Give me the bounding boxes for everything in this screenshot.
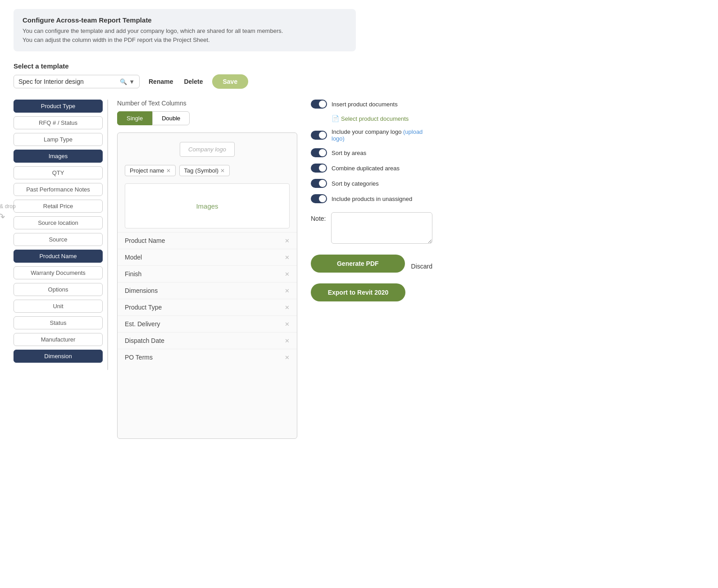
preview-field-row: Dispatch Date✕: [118, 332, 297, 349]
toggle-row: Include products in unassigned: [311, 194, 432, 203]
center-panel: Number of Text Columns Single Double Com…: [117, 100, 297, 439]
preview-field-row: Product Type✕: [118, 299, 297, 315]
tag-chip: Project name ✕: [125, 165, 176, 176]
doc-icon: 📄: [332, 115, 339, 122]
toggle-row: Insert product documents: [311, 100, 432, 109]
actions: Generate PDF Discard Export to Revit 202…: [311, 255, 432, 301]
sidebar-inner: Product TypeRFQ # / StatusLamp TypeImage…: [14, 100, 108, 370]
upload-logo-link[interactable]: (upload logo): [332, 128, 423, 142]
sidebar-tag[interactable]: Status: [14, 316, 103, 329]
preview-field-label: Model: [125, 254, 142, 261]
toggle-switch[interactable]: [311, 148, 327, 157]
tag-chip-label: Project name: [130, 167, 164, 174]
sidebar-tag[interactable]: Source location: [14, 216, 103, 229]
company-logo-area: Company logo: [118, 133, 297, 161]
note-label: Note:: [311, 212, 326, 222]
discard-button[interactable]: Discard: [411, 263, 432, 270]
sidebar-tag[interactable]: Product Type: [14, 100, 103, 113]
search-icon: 🔍: [120, 78, 127, 85]
tag-chips-row: Project name ✕Tag (Symbol) ✕: [118, 161, 297, 180]
preview-field-label: PO Terms: [125, 354, 153, 361]
images-placeholder: Images: [125, 183, 290, 228]
sidebar-tag[interactable]: Retail Price: [14, 200, 103, 213]
select-docs-link[interactable]: 📄Select product documents: [332, 115, 432, 122]
template-row: Spec for Interior design 🔍 ▼ Rename Dele…: [14, 74, 704, 89]
preview-field-remove[interactable]: ✕: [285, 254, 290, 261]
sidebar-tag[interactable]: Options: [14, 283, 103, 296]
toggles-container: Insert product documents📄Select product …: [311, 100, 432, 203]
preview-field-label: Dispatch Date: [125, 337, 164, 344]
sidebar-tag[interactable]: QTY: [14, 166, 103, 179]
preview-field-remove[interactable]: ✕: [285, 337, 290, 344]
select-template-label: Select a template: [14, 62, 704, 70]
toggle-label: Sort by categories: [332, 180, 379, 187]
preview-field-label: Dimensions: [125, 287, 158, 294]
toggle-switch[interactable]: [311, 194, 327, 203]
preview-box: Company logo Project name ✕Tag (Symbol) …: [117, 132, 297, 439]
sidebar-tag[interactable]: Lamp Type: [14, 133, 103, 146]
toggle-row: Combine duplicated areas: [311, 164, 432, 173]
toggle-switch[interactable]: [311, 131, 327, 140]
company-logo-box: Company logo: [180, 142, 235, 157]
sidebar-tag[interactable]: Warranty Documents: [14, 266, 103, 279]
toggle-label: Combine duplicated areas: [332, 165, 400, 172]
sidebar: Drag & drop ↷ Product TypeRFQ # / Status…: [14, 100, 108, 370]
info-box-title: Configure Across-team Report Template: [23, 16, 347, 24]
toggle-switch[interactable]: [311, 164, 327, 173]
info-box-line2: You can adjust the column width in the P…: [23, 36, 347, 45]
preview-field-row: PO Terms✕: [118, 349, 297, 365]
template-select-value: Spec for Interior design: [18, 78, 116, 85]
toggle-switch[interactable]: [311, 179, 327, 188]
preview-field-label: Product Name: [125, 237, 165, 244]
toggle-label: Sort by areas: [332, 150, 366, 156]
preview-field-remove[interactable]: ✕: [285, 237, 290, 244]
export-revit-button[interactable]: Export to Revit 2020: [311, 283, 405, 301]
preview-fields: Product Name✕Model✕Finish✕Dimensions✕Pro…: [118, 232, 297, 365]
preview-field-row: Model✕: [118, 249, 297, 265]
column-toggle: Single Double: [117, 111, 297, 125]
preview-field-label: Est. Delivery: [125, 320, 160, 328]
delete-button[interactable]: Delete: [182, 75, 204, 88]
generate-pdf-button[interactable]: Generate PDF: [311, 255, 405, 273]
sidebar-tag[interactable]: Images: [14, 150, 103, 163]
sidebar-tag[interactable]: RFQ # / Status: [14, 116, 103, 129]
note-section: Note:: [311, 212, 432, 244]
right-panel: Insert product documents📄Select product …: [306, 100, 432, 301]
sidebar-tag[interactable]: Source: [14, 233, 103, 246]
columns-label: Number of Text Columns: [117, 100, 297, 107]
sidebar-tag[interactable]: Past Performance Notes: [14, 183, 103, 196]
info-box-line1: You can configure the template and add y…: [23, 27, 347, 36]
single-column-button[interactable]: Single: [117, 111, 152, 125]
toggle-switch[interactable]: [311, 100, 327, 109]
template-select-wrap[interactable]: Spec for Interior design 🔍 ▼: [14, 75, 140, 88]
tag-chip-label: Tag (Symbol): [184, 167, 219, 174]
sidebar-tag[interactable]: Dimension: [14, 350, 103, 363]
sidebar-tag[interactable]: Product Name: [14, 250, 103, 263]
toggle-row: Sort by areas: [311, 148, 432, 157]
sidebar-tag[interactable]: Manufacturer: [14, 333, 103, 346]
preview-field-row: Finish✕: [118, 265, 297, 282]
template-select-icons: 🔍 ▼: [120, 78, 135, 85]
preview-field-remove[interactable]: ✕: [285, 287, 290, 294]
tag-chip-remove[interactable]: ✕: [220, 168, 225, 174]
preview-field-label: Finish: [125, 270, 141, 278]
preview-field-remove[interactable]: ✕: [285, 354, 290, 361]
preview-field-remove[interactable]: ✕: [285, 304, 290, 311]
toggle-label: Insert product documents: [332, 101, 398, 108]
preview-field-remove[interactable]: ✕: [285, 321, 290, 328]
note-textarea[interactable]: [331, 212, 432, 244]
toggle-label: Include products in unassigned: [332, 196, 412, 202]
preview-field-row: Est. Delivery✕: [118, 315, 297, 332]
sidebar-tag[interactable]: Unit: [14, 300, 103, 313]
drag-arrow-icon: ↷: [0, 211, 16, 223]
tag-chip-remove[interactable]: ✕: [166, 168, 171, 174]
tag-chip: Tag (Symbol) ✕: [179, 165, 230, 176]
rename-button[interactable]: Rename: [147, 75, 175, 88]
chevron-down-icon: ▼: [129, 78, 135, 85]
preview-field-remove[interactable]: ✕: [285, 271, 290, 278]
preview-field-row: Product Name✕: [118, 232, 297, 249]
action-row: Generate PDF Discard: [311, 255, 432, 278]
save-button[interactable]: Save: [212, 74, 249, 89]
double-column-button[interactable]: Double: [152, 111, 190, 125]
preview-field-row: Dimensions✕: [118, 282, 297, 299]
